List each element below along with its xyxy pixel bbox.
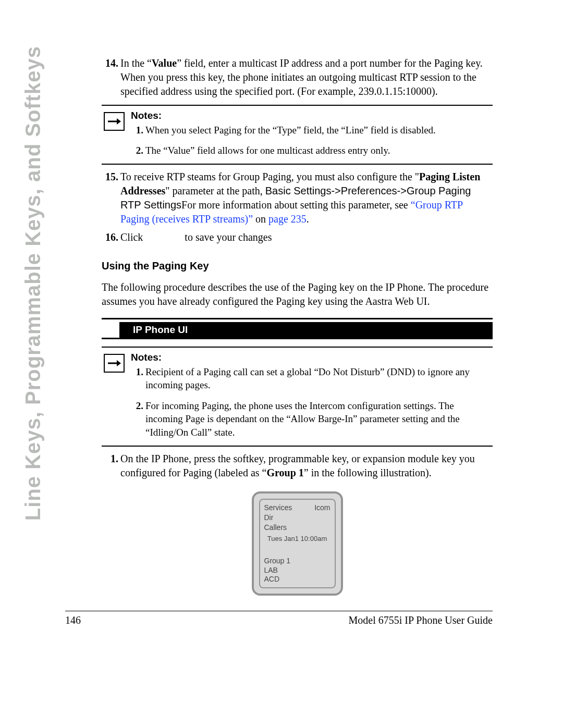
text: on [253, 213, 268, 225]
note-item: 1. Recipient of a Paging call can set a … [131, 365, 493, 392]
text: " parameter at the path, [165, 185, 265, 196]
ip-phone-ui-bar: IP Phone UI [102, 318, 493, 339]
text: To receive RTP steams for Group Paging, … [120, 171, 419, 182]
step-14: 14. In the “Value” field, enter a multic… [102, 56, 493, 98]
note-text: The “Value” field allows for one multica… [145, 144, 493, 157]
step-body: In the “Value” field, enter a multicast … [120, 56, 493, 98]
notes-title: Notes: [131, 351, 493, 364]
section-side-tab-text: Line Keys, Programmable Keys, and Softke… [22, 46, 43, 521]
paragraph: The following procedure describes the us… [102, 280, 493, 309]
note-icon-wrap [104, 109, 131, 158]
page-link[interactable]: page 235 [268, 213, 307, 225]
notes-title: Notes: [131, 109, 493, 122]
svg-marker-3 [117, 360, 121, 366]
procedure-step-1: 1. On the IP Phone, press the softkey, p… [102, 452, 493, 480]
step-body: Click to save your changes [120, 230, 493, 244]
notes-body: Notes: 1. When you select Paging for the… [131, 109, 493, 158]
text: to save your changes [185, 231, 272, 243]
phone-top-row: Services Icom [264, 503, 331, 513]
text: Click [120, 231, 143, 243]
note-number: 2. [131, 144, 145, 157]
note-text: Recipient of a Paging call can set a glo… [145, 365, 493, 392]
notes-block: Notes: 1. Recipient of a Paging call can… [102, 347, 493, 447]
notes-block: Notes: 1. When you select Paging for the… [102, 105, 493, 165]
phone-key-icom: Icom [314, 503, 330, 513]
note-text: When you select Paging for the “Type” fi… [145, 124, 493, 137]
phone-screen: Services Icom Dir Callers Tues Jan1 10:0… [259, 499, 336, 588]
phone-key-group1: Group 1 [264, 557, 291, 566]
step-number: 15. [102, 170, 120, 226]
phone-key-acd: ACD [264, 575, 291, 584]
note-item: 2. The “Value” field allows for one mult… [131, 144, 493, 157]
step-15: 15. To receive RTP steams for Group Pagi… [102, 170, 493, 226]
note-icon-wrap [104, 351, 131, 440]
arrow-right-icon [104, 354, 125, 373]
note-num-text: 1. [136, 366, 143, 377]
section-side-tab: Line Keys, Programmable Keys, and Softke… [16, 57, 50, 509]
bar-row: IP Phone UI [102, 322, 493, 338]
phone-date: Tues Jan1 10:00am [264, 534, 331, 544]
note-item: 2. For incoming Paging, the phone uses t… [131, 399, 493, 439]
phone-key-dir: Dir [264, 513, 331, 523]
notes-body: Notes: 1. Recipient of a Paging call can… [131, 351, 493, 440]
note-text: For incoming Paging, the phone uses the … [145, 399, 493, 439]
phone-key-services: Services [264, 503, 292, 513]
page-footer: 146 Model 6755i IP Phone User Guide [65, 611, 493, 626]
arrow-right-icon [104, 112, 125, 131]
text: In the “ [120, 57, 152, 69]
page-number: 146 [65, 614, 81, 626]
note-number: 1. [131, 124, 145, 137]
bold-text: Group 1 [266, 467, 303, 478]
note-item: 1. When you select Paging for the “Type”… [131, 124, 493, 137]
phone-illustration: Services Icom Dir Callers Tues Jan1 10:0… [102, 491, 493, 596]
bar-square-icon [102, 322, 119, 338]
subheading-using-paging-key: Using the Paging Key [102, 259, 493, 273]
phone-frame: Services Icom Dir Callers Tues Jan1 10:0… [252, 491, 343, 596]
bar-label: IP Phone UI [133, 323, 188, 337]
phone-bottom-keys: Group 1 LAB ACD [264, 557, 291, 584]
note-number: 1. [131, 365, 145, 392]
main-content: 14. In the “Value” field, enter a multic… [102, 56, 493, 596]
phone-key-callers: Callers [264, 523, 331, 533]
step-body: On the IP Phone, press the softkey, prog… [120, 452, 493, 480]
note-num-text: 2. [136, 145, 143, 156]
text: ” in the following illustration). [304, 467, 432, 478]
text: For more information about setting this … [181, 199, 411, 211]
step-body: To receive RTP steams for Group Paging, … [120, 170, 493, 226]
document-title: Model 6755i IP Phone User Guide [349, 614, 493, 626]
step-number: 16. [102, 230, 120, 244]
note-number: 2. [131, 399, 145, 439]
text: . [307, 213, 309, 225]
step-number: 1. [102, 452, 120, 480]
step-number: 14. [102, 56, 120, 98]
note-num-text: 1. [136, 125, 143, 135]
svg-marker-1 [117, 118, 121, 125]
bold-value: Value [152, 57, 177, 69]
document-page: Line Keys, Programmable Keys, and Softke… [0, 0, 563, 728]
note-num-text: 2. [136, 400, 143, 411]
step-16: 16. Click to save your changes [102, 230, 493, 244]
phone-key-lab: LAB [264, 566, 291, 575]
